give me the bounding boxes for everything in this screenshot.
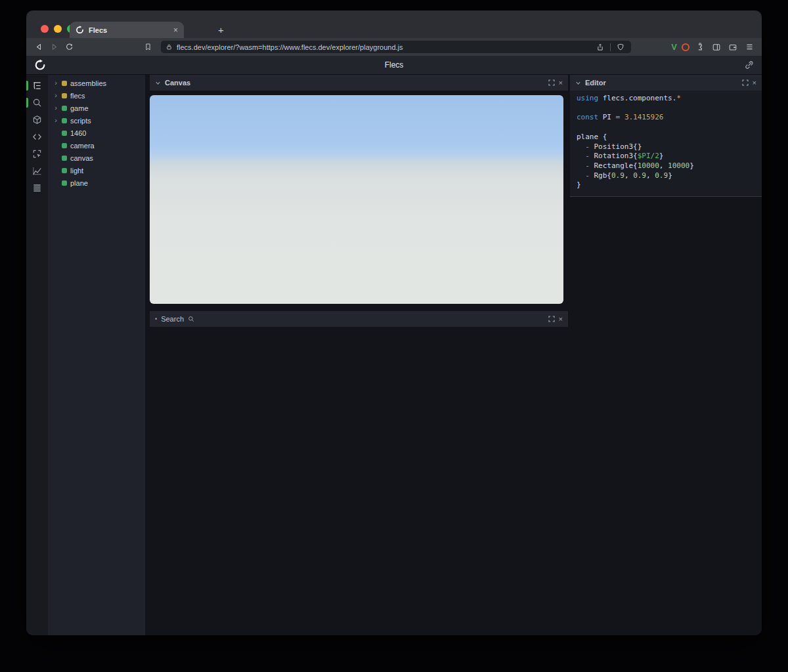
tree-item-flecs[interactable]: ›flecs bbox=[48, 89, 145, 102]
components-cube-icon[interactable] bbox=[26, 114, 48, 125]
back-button[interactable] bbox=[33, 41, 45, 53]
browser-tab[interactable]: Flecs × bbox=[70, 22, 184, 38]
tree-item-1460[interactable]: 1460 bbox=[48, 127, 145, 139]
canvas-3d-viewport[interactable] bbox=[150, 95, 563, 304]
tree-item-scripts[interactable]: ›scripts bbox=[48, 114, 145, 127]
code-line: using flecs.components.* bbox=[577, 94, 755, 104]
code-line bbox=[577, 123, 755, 133]
search-icon bbox=[188, 316, 194, 322]
brave-shield-icon[interactable] bbox=[615, 41, 626, 53]
address-bar-divider bbox=[610, 43, 611, 51]
active-indicator bbox=[26, 98, 28, 108]
editor-code[interactable]: using flecs.components.* const PI = 3.14… bbox=[570, 91, 762, 197]
canvas-panel-title: Canvas bbox=[165, 79, 190, 87]
close-icon[interactable]: × bbox=[559, 79, 563, 87]
tab-strip: Flecs × + bbox=[26, 10, 762, 38]
expand-icon[interactable] bbox=[742, 79, 749, 86]
extensions-puzzle-icon[interactable] bbox=[694, 41, 706, 53]
extension-cluster: V bbox=[671, 41, 755, 53]
editor-column: Editor × using flecs.components.* const … bbox=[570, 75, 762, 635]
tree-item-label: game bbox=[70, 104, 89, 112]
tree-item-canvas[interactable]: canvas bbox=[48, 152, 145, 164]
tree-item-light[interactable]: light bbox=[48, 164, 145, 177]
tab-close-icon[interactable]: × bbox=[173, 26, 178, 34]
tab-title: Flecs bbox=[89, 26, 169, 34]
expand-arrow-icon[interactable]: › bbox=[53, 104, 58, 112]
navigation-bar: flecs.dev/explorer/?wasm=https://www.fle… bbox=[26, 38, 762, 56]
expand-icon[interactable] bbox=[548, 79, 555, 86]
editor-panel-header[interactable]: Editor × bbox=[570, 75, 762, 91]
inspect-cursor-icon[interactable] bbox=[26, 148, 48, 159]
bookmark-icon[interactable] bbox=[142, 41, 154, 53]
close-icon[interactable]: × bbox=[753, 79, 756, 87]
stats-chart-icon[interactable] bbox=[26, 165, 48, 177]
entity-color-square bbox=[62, 143, 67, 148]
address-bar[interactable]: flecs.dev/explorer/?wasm=https://www.fle… bbox=[161, 41, 631, 53]
entity-color-square bbox=[62, 106, 67, 111]
wallet-icon[interactable] bbox=[727, 41, 739, 53]
entity-color-square bbox=[62, 93, 67, 98]
entity-color-square bbox=[62, 168, 67, 173]
entity-color-square bbox=[62, 131, 67, 136]
tool-sidebar bbox=[26, 75, 48, 635]
tree-item-game[interactable]: ›game bbox=[48, 102, 145, 114]
tree-item-assemblies[interactable]: ›assemblies bbox=[48, 77, 145, 89]
main-content: ›assemblies›flecs›game›scripts1460camera… bbox=[26, 75, 762, 635]
menu-button[interactable] bbox=[743, 41, 755, 53]
tree-item-label: plane bbox=[70, 179, 88, 187]
expand-icon[interactable] bbox=[548, 316, 555, 322]
entity-color-square bbox=[62, 118, 67, 123]
search-panel-title: Search bbox=[161, 315, 184, 323]
expand-arrow-icon[interactable]: › bbox=[53, 92, 58, 99]
tree-item-label: canvas bbox=[70, 154, 93, 162]
entity-tree-icon[interactable] bbox=[26, 80, 48, 91]
active-indicator bbox=[26, 81, 28, 91]
share-link-icon[interactable] bbox=[745, 56, 754, 74]
extension-orange-icon[interactable] bbox=[682, 43, 690, 51]
code-line: const PI = 3.1415926 bbox=[577, 113, 755, 123]
close-icon[interactable]: × bbox=[559, 315, 563, 323]
minimize-window-button[interactable] bbox=[54, 25, 62, 33]
search-panel-header[interactable]: • Search × bbox=[150, 311, 568, 327]
workspace: Canvas × • Search bbox=[145, 75, 762, 635]
code-line: - Rgb{0.9, 0.9, 0.9} bbox=[577, 171, 755, 181]
tree-item-label: flecs bbox=[70, 92, 85, 100]
code-line: } bbox=[577, 180, 755, 190]
tree-item-label: scripts bbox=[70, 117, 91, 125]
query-search-icon[interactable] bbox=[26, 97, 48, 108]
app-header: Flecs bbox=[26, 56, 762, 75]
tree-item-camera[interactable]: camera bbox=[48, 139, 145, 152]
new-tab-button[interactable]: + bbox=[218, 24, 224, 35]
script-code-icon[interactable] bbox=[26, 131, 48, 142]
share-icon[interactable] bbox=[594, 41, 606, 53]
code-line: plane { bbox=[577, 133, 755, 142]
entity-color-square bbox=[62, 81, 67, 86]
url-text: flecs.dev/explorer/?wasm=https://www.fle… bbox=[177, 43, 403, 51]
tree-item-label: camera bbox=[70, 142, 95, 150]
expand-arrow-icon[interactable]: › bbox=[53, 79, 58, 87]
chevron-down-icon[interactable] bbox=[575, 80, 581, 86]
extension-v-icon[interactable]: V bbox=[671, 42, 677, 52]
tree-item-label: assemblies bbox=[70, 79, 106, 87]
reload-button[interactable] bbox=[63, 41, 75, 53]
tree-item-label: 1460 bbox=[70, 129, 86, 137]
canvas-column: Canvas × • Search bbox=[145, 75, 568, 635]
entity-tree-panel: ›assemblies›flecs›game›scripts1460camera… bbox=[48, 75, 145, 635]
flecs-favicon bbox=[76, 26, 84, 34]
entity-color-square bbox=[62, 156, 67, 161]
expand-arrow-icon[interactable]: › bbox=[53, 117, 58, 124]
rows-list-icon[interactable] bbox=[26, 182, 48, 194]
browser-window: Flecs × + flecs.dev/explorer/?wasm=https… bbox=[26, 10, 762, 635]
canvas-panel-header[interactable]: Canvas × bbox=[150, 75, 568, 91]
bullet-icon: • bbox=[155, 316, 157, 322]
forward-button[interactable] bbox=[48, 41, 60, 53]
code-line: - Rectangle{10000, 10000} bbox=[577, 161, 755, 171]
code-line: - Position3{} bbox=[577, 142, 755, 152]
editor-panel-title: Editor bbox=[585, 79, 606, 87]
code-line: - Rotation3{$PI/2} bbox=[577, 152, 755, 161]
entity-tree: ›assemblies›flecs›game›scripts1460camera… bbox=[48, 77, 145, 189]
tree-item-plane[interactable]: plane bbox=[48, 177, 145, 189]
sidebar-toggle-icon[interactable] bbox=[711, 41, 722, 53]
chevron-down-icon[interactable] bbox=[155, 80, 161, 86]
close-window-button[interactable] bbox=[41, 25, 49, 33]
